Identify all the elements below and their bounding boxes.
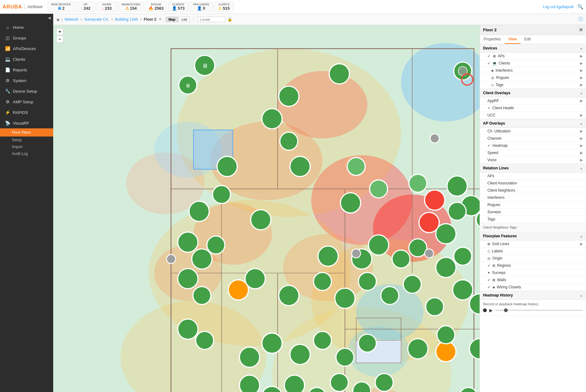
zoom-in-btn[interactable]: + (56, 28, 63, 35)
sidebar-sub-floor-plans[interactable]: Floor Plans (0, 128, 53, 137)
grid-lines-arrow[interactable]: ▶ (580, 242, 583, 246)
floor-settings-icon[interactable]: ⚙ (159, 17, 162, 21)
tags-arrow[interactable]: ▶ (580, 83, 583, 87)
stat-vpn-users[interactable]: VPN USERS👤0 (189, 2, 213, 12)
regions-row[interactable]: ✓ ⊞ Regions (480, 262, 586, 269)
client-neighbors-row[interactable]: Client Neighbors (480, 187, 586, 194)
stat-rogue[interactable]: ROGUE🔥2563 (145, 2, 167, 12)
tags-row[interactable]: ◇ Tags ▶ (480, 81, 586, 89)
channel-arrow[interactable]: ▶ (580, 136, 583, 141)
stat-clients[interactable]: CLIENTS👤573 (168, 2, 188, 12)
rl-tags-row[interactable]: Tags (480, 216, 586, 223)
floor-map[interactable]: + − (53, 25, 480, 392)
stat-mismatched[interactable]: MISMATCHED⚠154 (118, 2, 144, 12)
ap-overlays-header[interactable]: AP Overlays ▲ (480, 119, 586, 128)
home-icon: ⌂ (5, 25, 10, 30)
tab-properties[interactable]: Properties (480, 35, 505, 44)
sidebar-item-device-setup[interactable]: 🔧Device Setup (0, 86, 53, 96)
breadcrumb-sunnyvale[interactable]: Sunnyvale CA. (84, 17, 109, 22)
rl-interferers-row[interactable]: Interferers (480, 194, 586, 201)
sidebar-item-home[interactable]: ⌂Home (0, 22, 53, 33)
floor-map-container[interactable]: + − (53, 25, 480, 392)
client-overlays-header[interactable]: Client Overlays ▲ (480, 89, 586, 97)
surveys-row[interactable]: Surveys (480, 209, 586, 216)
help-icon[interactable]: ⓘ (578, 17, 583, 22)
voice-arrow[interactable]: ▶ (580, 158, 583, 162)
labels-row[interactable]: ◇ Labels (480, 248, 586, 255)
client-health-row[interactable]: ✓ Client Health (480, 105, 586, 112)
stat-new-devices[interactable]: NEW DEVICES🖥2 (48, 2, 74, 12)
origin-row[interactable]: ◎ Origin (480, 255, 586, 262)
sidebar-item-rapids[interactable]: ⚡RAPIDS (0, 107, 53, 118)
apprf-row[interactable]: AppRF ▶ (480, 97, 586, 105)
locate-input[interactable] (197, 17, 225, 22)
floorplan-features-header[interactable]: Floorplan Features ▲ (480, 232, 586, 240)
map-toggle-btn[interactable]: Map (166, 17, 178, 22)
list-toggle-btn[interactable]: List (179, 17, 190, 22)
sidebar-item-clients[interactable]: 💻Clients (0, 54, 53, 64)
sidebar-sub-setup[interactable]: Setup (0, 137, 53, 143)
rogues-arrow[interactable]: ▶ (580, 75, 583, 80)
aps-arrow[interactable]: ▶ (580, 54, 583, 58)
rl-aps-row[interactable]: APs (480, 173, 586, 180)
interferers-arrow[interactable]: ▶ (580, 68, 583, 73)
clients-row[interactable]: ✓ 💻 Clients ▶ (480, 60, 586, 67)
logout-link[interactable]: Log out kgollapudi (543, 5, 573, 9)
aps-row[interactable]: ✓ 🖥 APs ▶ (480, 53, 586, 60)
ch-util-arrow[interactable]: ▶ (580, 129, 583, 133)
heatmap-history-header[interactable]: Heatmap History ▲ (480, 291, 586, 300)
client-assoc-row[interactable]: Client Association (480, 180, 586, 187)
voice-row[interactable]: Voice ▶ (480, 157, 586, 164)
sidebar-item-visualrf[interactable]: 📡VisualRF (0, 118, 53, 128)
sidebar-collapse-icon[interactable]: ◀ (48, 16, 51, 20)
heatmap-play-btn[interactable]: ▶ (489, 308, 493, 313)
ch-utilization-row[interactable]: Ch. Utilization ▶ (480, 128, 586, 135)
floorplan-features-collapse[interactable]: ▲ (580, 235, 583, 238)
sidebar-item-groups[interactable]: ◫Groups (0, 33, 53, 43)
relation-lines-header[interactable]: Relation Lines ▲ (480, 164, 586, 173)
breadcrumb-network[interactable]: Network (64, 17, 78, 22)
speed-arrow[interactable]: ▶ (580, 151, 583, 155)
fp-surveys-row[interactable]: ✦ Surveys (480, 269, 586, 276)
stat-down[interactable]: DOWN↓233 (97, 2, 117, 12)
devices-section-header[interactable]: Devices ▲ (480, 44, 586, 53)
devices-collapse-icon[interactable]: ▲ (580, 47, 583, 50)
rl-rogues-row[interactable]: Rogues (480, 201, 586, 209)
ap-overlays-collapse[interactable]: ▲ (580, 122, 583, 125)
logo: ARUBA | AirWave (3, 3, 43, 10)
heatmap-slider[interactable] (495, 310, 583, 311)
lock-icon[interactable]: 🔒 (227, 17, 232, 22)
panel-close-btn[interactable]: ✕ (579, 27, 583, 33)
walls-row[interactable]: ✓ ⊞ Walls (480, 276, 586, 284)
channel-row[interactable]: Channel ▶ (480, 135, 586, 142)
client-overlays-collapse[interactable]: ▲ (580, 91, 583, 95)
heatmap-row[interactable]: ✓ Heatmap ▶ (480, 142, 586, 149)
relation-lines-collapse[interactable]: ▲ (580, 167, 583, 170)
clients-arrow[interactable]: ▶ (580, 61, 583, 65)
tab-edit[interactable]: Edit (521, 35, 535, 44)
rogues-row[interactable]: ◎ Rogues ▶ (480, 74, 586, 81)
sidebar-item-amp-setup[interactable]: ⚙AMP Setup (0, 96, 53, 107)
sidebar-item-aps-devices[interactable]: 📶APs/Devices (0, 43, 53, 54)
heatmap-record-btn[interactable] (483, 308, 487, 312)
heatmap-arrow[interactable]: ▶ (580, 143, 583, 148)
breadcrumb-building[interactable]: Building 1344 (115, 17, 138, 22)
speed-row[interactable]: Speed ▶ (480, 149, 586, 157)
search-icon[interactable]: 🔍 (577, 4, 583, 10)
stat-up[interactable]: UP↑242 (75, 2, 95, 12)
ucc-row[interactable]: UCC ▶ (480, 112, 586, 119)
interferers-row[interactable]: ◈ Interferers ▶ (480, 67, 586, 74)
tab-view[interactable]: View (505, 35, 521, 44)
zoom-out-btn[interactable]: − (56, 36, 63, 43)
sidebar-item-system[interactable]: ⚙System (0, 75, 53, 86)
heatmap-history-collapse[interactable]: ▲ (580, 294, 583, 297)
sidebar-item-reports[interactable]: 📄Reports (0, 64, 53, 75)
svg-text:🖥: 🖥 (202, 63, 208, 69)
sidebar-sub-audit-log[interactable]: Audit Log (0, 150, 53, 157)
sidebar-sub-import[interactable]: Import (0, 143, 53, 150)
ucc-arrow[interactable]: ▶ (580, 113, 583, 117)
wiring-closets-row[interactable]: ✓ ◈ Wiring Closets (480, 284, 586, 291)
stat-alerts[interactable]: ALERTS⚠515 (214, 2, 234, 12)
apprf-arrow[interactable]: ▶ (580, 99, 583, 103)
grid-lines-row[interactable]: ⊞ Grid Lines ▶ (480, 240, 586, 248)
